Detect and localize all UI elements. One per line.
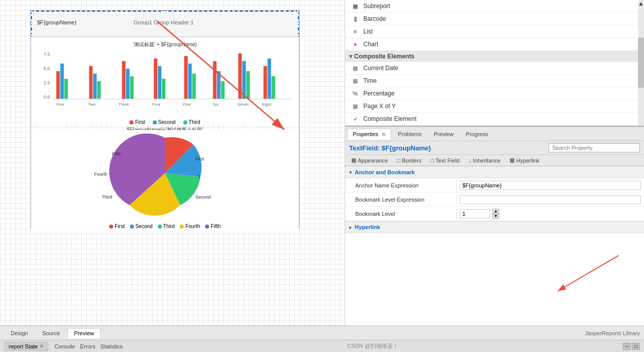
subtab-borders-label: Borders [402,157,422,164]
text-field-icon: □ [431,157,434,164]
pie-chart-svg: Fifth Fourth First Third Second 3 [33,133,296,221]
svg-text:3: 3 [198,174,200,179]
legend-label-third: Third [189,119,200,125]
svg-rect-21 [221,81,225,99]
subtab-inheritance[interactable]: ↓ Inheritance [464,156,504,165]
svg-rect-18 [192,74,196,99]
palette-item-time[interactable]: ▦ Time [345,75,644,87]
palette-item-chart[interactable]: ● Chart [345,38,644,51]
palette-scrollbar-track[interactable] [638,0,644,125]
palette-item-barcode[interactable]: ||| Barcode [345,13,644,25]
subtab-text-field-label: Text Field [435,157,459,164]
subtab-appearance[interactable]: ▦ Appearance [347,156,392,165]
svg-rect-7 [89,66,93,99]
palette-item-percentage[interactable]: % Percentage [345,87,644,100]
palette-item-current-date[interactable]: ▦ Current Date [345,62,644,75]
tab-source[interactable]: Source [36,328,66,338]
bookmark-level-value: ▲ ▼ [457,208,644,220]
composite-section-header[interactable]: ▾ Composite Elements ▲ [345,51,644,62]
palette-list: ▦ Subreport ||| Barcode ≡ List ● Chart [345,0,644,126]
svg-rect-13 [154,58,157,99]
svg-text:Fifth: Fifth [112,151,120,156]
properties-subtabs: ▦ Appearance □ Borders □ Text Field ↓ In… [345,155,644,166]
selection-box: $F{groupName} Group1 Group Header 1 [31,11,299,36]
header-band-title: Group1 Group Header 1 [133,19,194,25]
subtab-borders[interactable]: □ Borders [393,156,425,165]
legend-dot-third [183,120,187,124]
anchor-name-input[interactable] [460,181,641,190]
chart-container[interactable]: $F{groupName} Group1 Group Header 1 '测试标… [30,10,299,229]
status-right-text: CSDN @扫地情圣！ [347,342,398,350]
svg-rect-22 [238,53,242,99]
svg-rect-23 [242,61,246,99]
bookmark-level-row: Bookmark Level ▲ ▼ [345,207,644,221]
errors-tab[interactable]: Errors [80,343,95,349]
pie-label-fourth: Fourth [185,223,200,229]
tab-properties-close[interactable]: ✕ [382,132,386,137]
svg-text:One: One [56,102,64,107]
statistics-tab[interactable]: Statistics [100,343,123,349]
status-tab-close[interactable]: ✕ [40,343,44,349]
hyperlink-section-header[interactable]: ▸ Hyperlink [345,221,644,233]
palette-item-page-x-of-y[interactable]: ▦ Page X of Y [345,100,644,113]
bookmark-level-expr-row: Bookmark Level Expression [345,193,644,207]
tab-preview-bottom-label: Preview [74,330,94,336]
svg-rect-20 [217,71,221,99]
palette-item-subreport[interactable]: ▦ Subreport [345,0,644,13]
properties-panel: Properties ✕ Problems Preview Progress T… [345,126,644,326]
pie-legend-fourth: Fourth [180,223,200,229]
composite-element-icon: ✓ [351,115,359,123]
chart-icon: ● [351,40,359,48]
svg-text:0.0: 0.0 [44,94,50,100]
palette-label-current-date: Current Date [363,65,398,72]
properties-content: ▾ Anchor and Bookmark Anchor Name Expres… [345,166,644,326]
svg-text:Seven: Seven [237,102,249,107]
status-report-tab[interactable]: report State ✕ [4,342,48,351]
anchor-name-label: Anchor Name Expression [345,180,457,190]
svg-text:Three: Three [118,102,129,107]
svg-text:Eight: Eight [262,102,272,107]
svg-text:7.5: 7.5 [44,52,50,57]
legend-dot-second [153,120,157,124]
subtab-text-field[interactable]: □ Text Field [427,156,464,165]
palette-item-list[interactable]: ≡ List [345,25,644,38]
svg-rect-15 [162,79,165,99]
tab-properties[interactable]: Properties ✕ [347,129,391,140]
svg-rect-12 [130,76,133,99]
maximize-button[interactable]: □ [632,343,640,350]
svg-text:Second: Second [195,195,211,200]
minimize-button[interactable]: ─ [623,343,631,350]
search-property-input[interactable] [549,143,640,152]
pie-label-first: First [115,223,124,229]
spinner-buttons: ▲ ▼ [492,209,499,219]
status-console-tabs: Console Errors Statistics [54,343,122,349]
tab-design[interactable]: Design [4,328,35,338]
palette-label-chart: Chart [363,41,378,48]
legend-dot-first [129,120,133,124]
bar-chart-area: '测试标题' + $F{groupName} 7.5 5.0 2.5 0.0 [31,39,299,125]
tab-preview[interactable]: Preview [428,129,459,140]
tab-properties-label: Properties [353,131,378,137]
scroll-up-btn[interactable]: ▲ [638,0,644,7]
bookmark-level-input[interactable] [460,209,490,218]
status-left: report State ✕ Console Errors Statistics [4,342,123,351]
legend-third: Third [183,119,200,125]
palette-label-time: Time [363,77,377,84]
tab-problems[interactable]: Problems [392,129,427,140]
console-tab[interactable]: Console [54,343,75,349]
bookmark-level-expr-input[interactable] [460,195,641,204]
right-panel: ▦ Subreport ||| Barcode ≡ List ● Chart [345,0,644,326]
design-canvas: $F{groupName} Group1 Group Header 1 '测试标… [0,0,345,326]
percentage-icon: % [351,89,359,98]
tab-preview-bottom[interactable]: Preview [67,328,100,338]
spinner-down-button[interactable]: ▼ [492,214,499,219]
tab-design-label: Design [11,330,28,336]
spinner-up-button[interactable]: ▲ [492,209,499,214]
anchor-name-value [457,180,644,191]
anchor-bookmark-header[interactable]: ▾ Anchor and Bookmark [345,166,644,178]
subtab-hyperlink[interactable]: ▦ Hyperlink [505,156,544,165]
palette-scrollbar-thumb[interactable] [638,38,644,88]
svg-text:Five: Five [183,102,191,107]
palette-item-composite-element[interactable]: ✓ Composite Element [345,113,644,125]
tab-progress[interactable]: Progress [460,129,494,140]
